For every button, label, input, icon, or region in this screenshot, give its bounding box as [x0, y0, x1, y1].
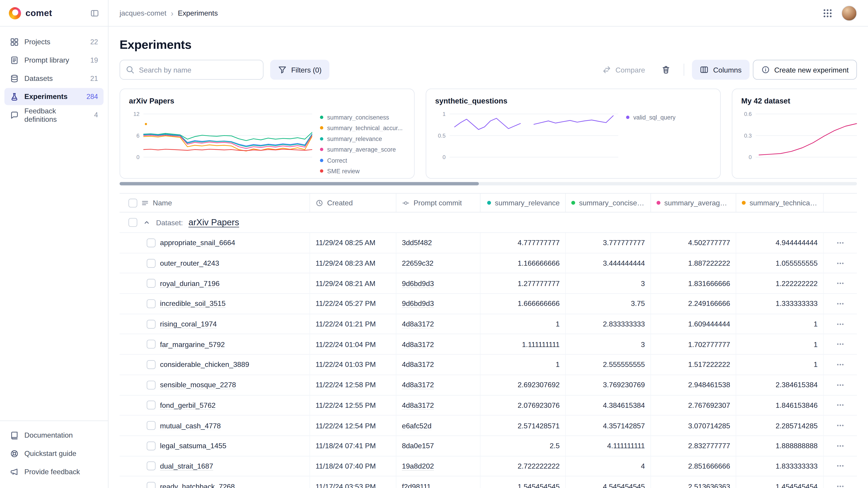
row-actions-button[interactable] — [836, 421, 845, 430]
sidebar-item-projects[interactable]: Projects22 — [4, 33, 103, 51]
user-avatar[interactable] — [841, 5, 857, 21]
prompt-commit-link[interactable]: 3dd5f482 — [402, 238, 432, 247]
legend-item[interactable]: valid_sql_query — [626, 112, 712, 123]
horizontal-scrollbar[interactable] — [120, 182, 857, 186]
metric-cell: 4.111111111 — [566, 436, 651, 455]
experiment-name-link[interactable]: fond_gerbil_5762 — [160, 401, 216, 410]
experiment-row: ready_hatchback_726811/17/24 03:53 PMf2d… — [120, 477, 857, 488]
prompt-commit-link[interactable]: 22659c32 — [402, 259, 434, 267]
legend-dot-icon — [626, 116, 629, 119]
create-experiment-button[interactable]: Create new experiment — [753, 60, 857, 79]
legend-item[interactable]: summary_average_score — [320, 144, 406, 155]
column-header-metric[interactable]: summary_average_s... — [651, 194, 736, 212]
prompt-commit-link[interactable]: 4d8a3172 — [402, 340, 434, 349]
experiment-name-link[interactable]: far_margarine_5792 — [160, 340, 225, 349]
delete-button[interactable] — [656, 60, 676, 79]
row-checkbox[interactable] — [147, 482, 156, 488]
sidebar-item-documentation[interactable]: Documentation — [4, 427, 103, 444]
create-experiment-label: Create new experiment — [774, 66, 848, 74]
experiment-name-link[interactable]: dual_strait_1687 — [160, 462, 213, 470]
experiment-name-link[interactable]: outer_router_4243 — [160, 259, 219, 267]
search-box[interactable] — [120, 60, 264, 79]
apps-grid-button[interactable] — [823, 8, 833, 18]
experiment-name-link[interactable]: rising_coral_1974 — [160, 320, 217, 328]
column-header-metric[interactable]: summary_concisen... — [566, 194, 651, 212]
sidebar-item-experiments[interactable]: Experiments284 — [4, 88, 103, 105]
row-checkbox[interactable] — [147, 401, 156, 410]
row-checkbox[interactable] — [147, 360, 156, 369]
prompt-commit-link[interactable]: 9d6bd9d3 — [402, 279, 434, 288]
experiment-name-link[interactable]: royal_durian_7196 — [160, 279, 220, 288]
legend-item[interactable]: summary_relevance — [320, 133, 406, 144]
row-checkbox[interactable] — [147, 320, 156, 328]
dataset-link[interactable]: arXiv Papers — [188, 217, 239, 227]
sidebar-collapse-button[interactable] — [90, 8, 99, 18]
row-checkbox[interactable] — [147, 259, 156, 267]
prompt-commit-link[interactable]: 4d8a3172 — [402, 320, 434, 328]
breadcrumb-project[interactable]: jacques-comet — [120, 9, 166, 17]
row-checkbox[interactable] — [147, 421, 156, 430]
scrollbar-thumb[interactable] — [120, 182, 479, 186]
experiment-name-link[interactable]: appropriate_snail_6664 — [160, 238, 235, 247]
experiment-name-link[interactable]: incredible_soil_3515 — [160, 300, 225, 308]
breadcrumb-separator-icon: › — [171, 9, 174, 17]
row-actions-button[interactable] — [836, 340, 845, 349]
legend-item[interactable]: Correct — [320, 155, 406, 166]
experiment-name-link[interactable]: legal_satsuma_1455 — [160, 442, 226, 450]
prompt-commit-link[interactable]: 19a8d202 — [402, 462, 434, 470]
created-cell: 11/29/24 08:23 AM — [310, 253, 396, 273]
row-checkbox[interactable] — [147, 462, 156, 470]
row-actions-button[interactable] — [836, 320, 845, 328]
sidebar-item-prompt-library[interactable]: Prompt library19 — [4, 52, 103, 69]
experiment-name-link[interactable]: considerable_chicken_3889 — [160, 360, 249, 369]
row-actions-button[interactable] — [836, 279, 845, 288]
prompt-commit-link[interactable]: 4d8a3172 — [402, 401, 434, 410]
columns-button[interactable]: Columns — [692, 60, 749, 79]
chevron-up-icon[interactable] — [143, 219, 151, 226]
row-checkbox[interactable] — [147, 299, 156, 308]
prompt-commit-link[interactable]: f2d98111 — [402, 482, 431, 488]
row-actions-button[interactable] — [836, 381, 845, 389]
row-actions-button[interactable] — [836, 442, 845, 450]
column-header-prompt-commit[interactable]: Prompt commit — [396, 194, 480, 212]
group-checkbox[interactable] — [128, 218, 137, 227]
metric-cell: 3.070714285 — [651, 416, 736, 435]
column-header-metric[interactable]: summary_relevance — [480, 194, 566, 212]
compare-button[interactable]: Compare — [594, 60, 653, 79]
column-header-name[interactable]: Name — [120, 194, 310, 212]
row-checkbox[interactable] — [147, 279, 156, 288]
row-actions-button[interactable] — [836, 401, 845, 410]
sidebar-item-quickstart-guide[interactable]: Quickstart guide — [4, 445, 103, 462]
row-actions-button[interactable] — [836, 462, 845, 470]
metric-cell: 1 — [736, 314, 824, 334]
select-all-checkbox[interactable] — [128, 198, 137, 207]
experiment-name-link[interactable]: ready_hatchback_7268 — [160, 482, 235, 488]
prompt-commit-link[interactable]: 9d6bd9d3 — [402, 300, 434, 308]
column-header-metric[interactable]: summary_technical_... — [736, 194, 824, 212]
row-actions-button[interactable] — [836, 482, 845, 488]
prompt-commit-link[interactable]: 4d8a3172 — [402, 381, 434, 389]
row-actions-button[interactable] — [836, 259, 845, 267]
search-input[interactable] — [139, 66, 257, 74]
row-checkbox[interactable] — [147, 340, 156, 349]
row-checkbox[interactable] — [147, 238, 156, 247]
sidebar-item-feedback-definitions[interactable]: Feedback definitions4 — [4, 106, 103, 123]
row-checkbox[interactable] — [147, 442, 156, 450]
row-actions-button[interactable] — [836, 299, 845, 308]
legend-item[interactable]: summary_technical_accur... — [320, 123, 406, 133]
row-actions-button[interactable] — [836, 238, 845, 247]
column-label: Created — [327, 199, 352, 207]
filters-button[interactable]: Filters (0) — [270, 60, 329, 79]
column-header-created[interactable]: Created — [310, 194, 396, 212]
row-checkbox[interactable] — [147, 381, 156, 389]
sidebar-item-datasets[interactable]: Datasets21 — [4, 70, 103, 87]
experiment-name-link[interactable]: sensible_mosque_2278 — [160, 381, 236, 389]
prompt-commit-link[interactable]: e6afc52d — [402, 421, 432, 430]
experiment-name-link[interactable]: mutual_cash_4778 — [160, 421, 221, 430]
sidebar-item-provide-feedback[interactable]: Provide feedback — [4, 463, 103, 480]
prompt-commit-link[interactable]: 8da0e157 — [402, 442, 434, 450]
row-actions-button[interactable] — [836, 360, 845, 369]
legend-item[interactable]: summary_conciseness — [320, 112, 406, 123]
prompt-commit-link[interactable]: 4d8a3172 — [402, 360, 434, 369]
legend-item[interactable]: SME review — [320, 166, 406, 176]
